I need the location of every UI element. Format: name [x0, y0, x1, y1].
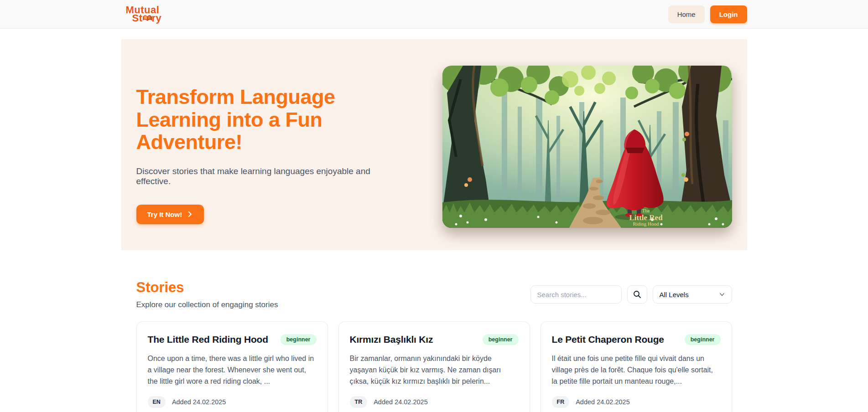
red-riding-hood-forest-art: The Little Red Riding Hood — [442, 66, 732, 228]
top-navigation-bar: Mutual St ry Home Login — [0, 0, 868, 29]
hero-title: Transform Language Learning into a Fun A… — [136, 86, 367, 154]
level-badge: beginner — [483, 334, 519, 345]
search-icon — [633, 290, 641, 299]
story-card-grid: The Little Red Riding Hood beginner Once… — [121, 321, 747, 412]
stories-controls: All Levels — [530, 285, 732, 304]
chevron-right-icon — [187, 211, 193, 217]
language-badge: TR — [350, 396, 368, 408]
story-excerpt: Once upon a time, there was a little gir… — [148, 353, 317, 387]
story-card-en[interactable]: The Little Red Riding Hood beginner Once… — [136, 321, 328, 412]
language-badge: FR — [552, 396, 570, 408]
language-badge: EN — [148, 396, 166, 408]
hero-image-caption-line3: Riding Hood — [633, 221, 659, 227]
stories-section-header: Stories Explore our collection of engagi… — [121, 279, 747, 309]
mutual-story-logo[interactable]: Mutual St ry — [121, 5, 162, 23]
level-badge: beginner — [685, 334, 721, 345]
logo-text-story: St ry — [126, 14, 162, 23]
search-button[interactable] — [627, 285, 647, 304]
story-excerpt: Il était une fois une petite fille qui v… — [552, 353, 721, 387]
stories-title: Stories — [136, 279, 278, 296]
story-title: The Little Red Riding Hood — [148, 334, 268, 345]
level-badge: beginner — [281, 334, 317, 345]
header-nav: Home Login — [668, 5, 747, 23]
hero-section: Transform Language Learning into a Fun A… — [121, 39, 747, 250]
level-filter-select[interactable]: All Levels — [653, 285, 732, 304]
story-excerpt: Bir zamanlar, ormanın yakınındaki bir kö… — [350, 353, 519, 387]
try-it-now-button[interactable]: Try It Now! — [136, 205, 204, 224]
chevron-down-icon — [719, 291, 725, 298]
level-filter-value: All Levels — [660, 291, 689, 299]
story-title: Le Petit Chaperon Rouge — [552, 334, 664, 345]
stories-subtitle: Explore our collection of engaging stori… — [136, 300, 278, 309]
search-input[interactable] — [530, 285, 622, 304]
open-book-icon — [142, 14, 152, 22]
story-card-tr[interactable]: Kırmızı Başlıklı Kız beginner Bir zamanl… — [338, 321, 530, 412]
hero-image-caption-line1: The — [642, 208, 650, 213]
story-added-date: Added 24.02.2025 — [576, 398, 630, 406]
story-added-date: Added 24.02.2025 — [172, 398, 226, 406]
login-button[interactable]: Login — [710, 5, 747, 23]
story-title: Kırmızı Başlıklı Kız — [350, 334, 433, 345]
story-card-fr[interactable]: Le Petit Chaperon Rouge beginner Il étai… — [541, 321, 732, 412]
hero-subtitle: Discover stories that make learning lang… — [136, 166, 392, 186]
story-added-date: Added 24.02.2025 — [374, 398, 428, 406]
home-button[interactable]: Home — [668, 5, 705, 23]
hero-story-illustration: The Little Red Riding Hood — [442, 66, 732, 228]
